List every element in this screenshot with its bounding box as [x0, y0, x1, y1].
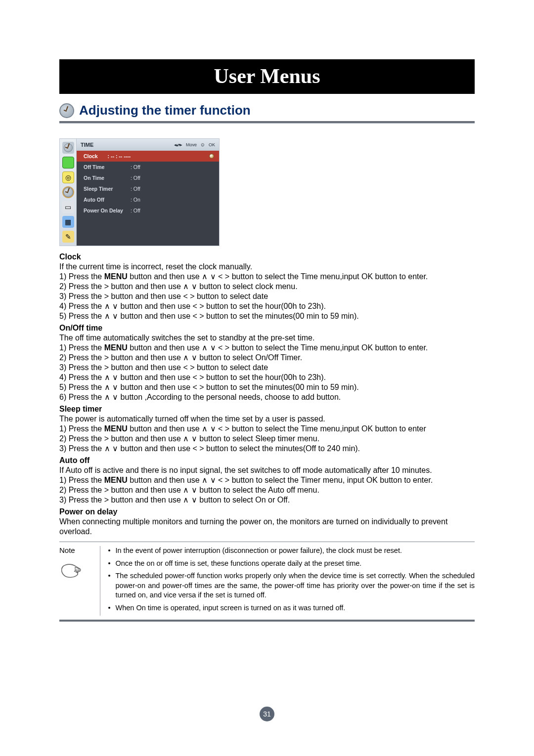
osd-header: TIME ◂▴▾▸ Move ⊙ OK — [77, 139, 219, 151]
text: 5) Press the ∧ ∨ button and then use < >… — [59, 311, 475, 321]
text: 2) Press the > button and then use ∧ ∨ b… — [59, 282, 475, 292]
text: If the current time is incorrect, reset … — [59, 262, 475, 272]
text: 1) Press the MENU button and then use ∧ … — [59, 272, 475, 282]
text: When connecting multiple monitors and tu… — [59, 517, 475, 537]
pod-heading: Power on delay — [59, 507, 475, 517]
move-arrows-icon: ◂▴▾▸ — [174, 142, 182, 147]
note-label-col: Note — [59, 546, 94, 582]
text: 1) Press the MENU button and then use ∧ … — [59, 343, 475, 353]
osd-row-selected: Clock: -- : -- ---- — [77, 151, 219, 162]
note-label: Note — [59, 546, 94, 554]
text: 5) Press the ∧ ∨ button and then use < >… — [59, 382, 475, 392]
note-list: In the event of power interruption (disc… — [106, 546, 475, 616]
text: 4) Press the ∧ ∨ button and then use < >… — [59, 301, 475, 311]
text: The off time automatically switches the … — [59, 333, 475, 343]
osd-row: Power On Delay: Off — [77, 205, 219, 227]
hand-pointing-icon — [59, 558, 83, 580]
text: If Auto off is active and there is no in… — [59, 465, 475, 475]
note-item: The scheduled power-off function works p… — [108, 571, 475, 600]
auto-heading: Auto off — [59, 456, 475, 465]
note-block: Note In the event of power interruption … — [59, 546, 475, 616]
osd-title: TIME — [81, 142, 93, 148]
footer-rule — [59, 620, 475, 622]
text: 2) Press the > button and then use ∧ ∨ b… — [59, 353, 475, 363]
text: 2) Press the > button and then use ∧ ∨ b… — [59, 434, 475, 444]
osd-side-option-icon: ▭ — [62, 201, 74, 213]
osd-row: On Time: Off — [77, 172, 219, 183]
osd-row: Off Time: Off — [77, 162, 219, 172]
text: 3) Press the ∧ ∨ button and then use < >… — [59, 444, 475, 454]
ok-dot-icon: ⊙ — [201, 142, 205, 147]
text: 1) Press the MENU button and then use ∧ … — [59, 424, 475, 434]
onoff-heading: On/Off time — [59, 323, 475, 333]
section-heading: Adjusting the timer function — [79, 103, 251, 118]
osd-side-tile-icon: ▦ — [62, 216, 74, 228]
sleep-heading: Sleep timer — [59, 404, 475, 414]
body-text: Clock If the current time is incorrect, … — [59, 252, 475, 537]
note-item: Once the on or off time is set, these fu… — [108, 559, 475, 569]
text: 4) Press the ∧ ∨ button and then use < >… — [59, 373, 475, 382]
chapter-title: User Menus — [59, 59, 475, 94]
text: 3) Press the > button and then use ∧ ∨ b… — [59, 495, 475, 505]
text: 3) Press the > button and then use < > b… — [59, 292, 475, 301]
osd-side-audio-icon: ◎ — [62, 171, 74, 183]
osd-nav-move: Move — [186, 142, 197, 147]
osd-sidebar: ◎ ▭ ▦ ✎ — [59, 138, 76, 246]
page: User Menus Adjusting the timer function … — [0, 0, 534, 641]
osd-side-usb-icon: ✎ — [62, 231, 74, 243]
note-item: In the event of power interruption (disc… — [108, 546, 475, 556]
text: The power is automatically turned off wh… — [59, 414, 475, 424]
section-header: Adjusting the timer function — [59, 103, 475, 118]
note-item: When On time is operated, input screen i… — [108, 603, 475, 613]
clock-icon — [63, 187, 73, 197]
text: 3) Press the > button and then use < > b… — [59, 363, 475, 373]
divider — [59, 542, 475, 542]
page-number: 31 — [260, 707, 274, 721]
clock-icon — [59, 103, 74, 118]
osd-row: Sleep Timer: Off — [77, 183, 219, 194]
text: 2) Press the > button and then use ∧ ∨ b… — [59, 485, 475, 495]
text: 1) Press the MENU button and then use ∧ … — [59, 475, 475, 485]
osd-row-label: Clock: -- : -- ---- — [84, 153, 131, 159]
osd-screenshot: ◎ ▭ ▦ ✎ TIME ◂▴▾▸ Move ⊙ OK Clock: -- : … — [59, 138, 475, 246]
osd-side-time-icon — [62, 186, 74, 198]
osd-side-clock-icon — [62, 142, 74, 154]
selection-dot-icon — [209, 154, 214, 159]
clock-icon — [64, 143, 73, 152]
text: 6) Press the ∧ ∨ button ,According to th… — [59, 392, 475, 402]
section-rule — [59, 121, 475, 124]
osd-nav-ok: OK — [209, 142, 215, 147]
osd-side-picture-icon — [62, 157, 74, 168]
osd-panel: TIME ◂▴▾▸ Move ⊙ OK Clock: -- : -- ---- … — [76, 138, 220, 246]
osd-row: Auto Off: On — [77, 194, 219, 205]
clock-heading: Clock — [59, 252, 475, 262]
